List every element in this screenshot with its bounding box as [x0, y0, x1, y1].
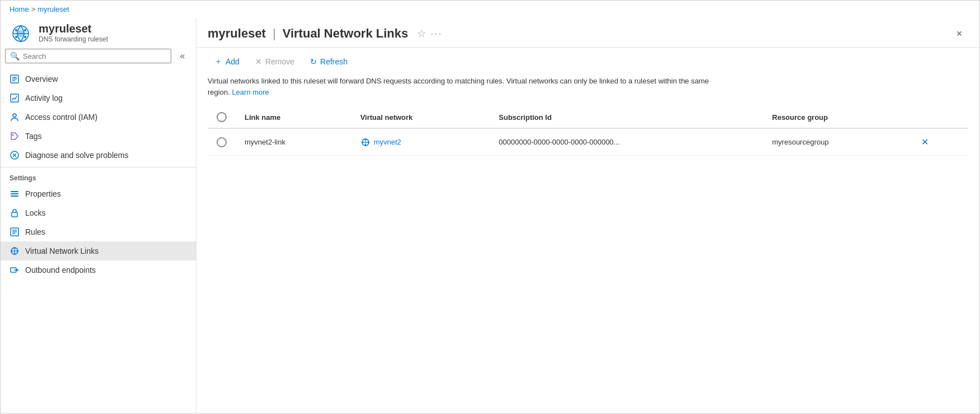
- nav-overview[interactable]: Overview: [1, 69, 196, 89]
- nav-rules[interactable]: Rules: [1, 222, 196, 241]
- rules-label: Rules: [25, 227, 45, 236]
- refresh-label: Refresh: [320, 57, 348, 66]
- activity-log-icon: [10, 93, 20, 103]
- collapse-button[interactable]: «: [174, 47, 191, 65]
- vnet-links-label: Virtual Network Links: [25, 246, 99, 255]
- header-actions: ☆ ···: [417, 27, 442, 40]
- vnet-link[interactable]: myvnet2: [360, 137, 481, 147]
- breadcrumb-resource[interactable]: myruleset: [37, 5, 69, 13]
- info-text: Virtual networks linked to this ruleset …: [208, 76, 711, 97]
- delete-row-button[interactable]: ✕: [919, 134, 931, 150]
- col-select: [208, 106, 236, 128]
- breadcrumb-sep: >: [31, 5, 36, 13]
- cell-delete: ✕: [910, 128, 968, 156]
- cell-virtual-network: myvnet2: [351, 128, 490, 156]
- outbound-icon: [10, 265, 20, 275]
- add-button[interactable]: ＋ Add: [208, 53, 246, 70]
- resource-icon: [10, 22, 32, 45]
- nav-locks[interactable]: Locks: [1, 203, 196, 222]
- nav-activity-log[interactable]: Activity log: [1, 89, 196, 108]
- overview-icon: [10, 74, 20, 84]
- access-control-label: Access control (IAM): [25, 113, 97, 122]
- row-radio[interactable]: [217, 137, 227, 147]
- activity-log-label: Activity log: [25, 94, 63, 103]
- breadcrumb: Home > myruleset: [1, 1, 979, 18]
- select-all-radio[interactable]: [217, 112, 227, 122]
- properties-icon: [10, 189, 20, 199]
- refresh-button[interactable]: ↻ Refresh: [303, 54, 354, 69]
- col-actions: [910, 106, 968, 128]
- remove-label: Remove: [265, 57, 294, 66]
- search-box[interactable]: 🔍: [5, 49, 171, 63]
- overview-label: Overview: [25, 75, 58, 83]
- content-area: myruleset | Virtual Network Links ☆ ··· …: [196, 18, 979, 413]
- svg-point-6: [24, 36, 26, 38]
- favorite-button[interactable]: ☆: [417, 27, 426, 40]
- add-icon: ＋: [214, 57, 222, 67]
- tags-label: Tags: [25, 132, 42, 141]
- cell-link-name: myvnet2-link: [236, 128, 351, 156]
- cell-resource-group: myresourcegroup: [763, 128, 910, 156]
- more-options-button[interactable]: ···: [430, 28, 442, 40]
- svg-point-12: [13, 114, 16, 117]
- locks-icon: [10, 208, 20, 218]
- sidebar-top-actions: 🔍 «: [1, 47, 196, 69]
- refresh-icon: ↻: [310, 57, 317, 66]
- page-header: myruleset | Virtual Network Links ☆ ··· …: [196, 18, 979, 48]
- svg-point-3: [15, 29, 17, 31]
- col-virtual-network: Virtual network: [351, 106, 490, 128]
- svg-rect-11: [11, 94, 18, 102]
- properties-label: Properties: [25, 189, 61, 198]
- breadcrumb-home[interactable]: Home: [10, 5, 29, 13]
- nav-diagnose[interactable]: Diagnose and solve problems: [1, 146, 196, 165]
- vnet-links-icon: [10, 246, 20, 256]
- nav-outbound-endpoints[interactable]: Outbound endpoints: [1, 261, 196, 280]
- nav-virtual-network-links[interactable]: Virtual Network Links: [1, 241, 196, 261]
- svg-point-5: [15, 36, 17, 38]
- sidebar-header: myruleset DNS forwarding ruleset: [1, 18, 196, 47]
- table-row: myvnet2-link: [208, 128, 968, 156]
- row-select: [208, 128, 236, 156]
- col-resource-group: Resource group: [763, 106, 910, 128]
- header-separator: |: [273, 26, 276, 41]
- col-link-name: Link name: [236, 106, 351, 128]
- sidebar: myruleset DNS forwarding ruleset 🔍 « Ove…: [1, 18, 196, 413]
- links-table: Link name Virtual network Subscription I…: [208, 106, 968, 156]
- page-title-resource: myruleset: [208, 26, 266, 41]
- locks-label: Locks: [25, 208, 46, 217]
- outbound-label: Outbound endpoints: [25, 266, 96, 275]
- svg-rect-20: [12, 212, 17, 217]
- nav-access-control[interactable]: Access control (IAM): [1, 108, 196, 127]
- svg-rect-17: [11, 191, 18, 192]
- info-section: Virtual networks linked to this ruleset …: [196, 76, 979, 106]
- nav-properties[interactable]: Properties: [1, 184, 196, 203]
- svg-rect-18: [11, 193, 18, 194]
- vnet-icon: [360, 137, 371, 147]
- rules-icon: [10, 227, 20, 237]
- search-input[interactable]: [23, 52, 166, 61]
- resource-name: myruleset: [39, 22, 187, 35]
- vnet-name: myvnet2: [374, 138, 401, 146]
- diagnose-icon: [10, 150, 20, 160]
- learn-more-link[interactable]: Learn more: [232, 88, 269, 96]
- remove-button[interactable]: ✕ Remove: [248, 54, 301, 69]
- add-label: Add: [226, 57, 240, 66]
- toolbar: ＋ Add ✕ Remove ↻ Refresh: [196, 48, 979, 76]
- svg-point-13: [12, 134, 14, 136]
- access-control-icon: [10, 112, 20, 122]
- remove-icon: ✕: [255, 57, 262, 66]
- cell-subscription-id: 00000000-0000-0000-0000-000000...: [490, 128, 763, 156]
- tags-icon: [10, 131, 20, 141]
- table-section: Link name Virtual network Subscription I…: [196, 106, 979, 413]
- close-button[interactable]: ×: [950, 25, 968, 43]
- search-icon: 🔍: [10, 52, 20, 61]
- settings-section-label: Settings: [1, 167, 196, 184]
- page-title-section: Virtual Network Links: [283, 26, 409, 41]
- col-subscription-id: Subscription Id: [490, 106, 763, 128]
- svg-rect-19: [11, 196, 18, 197]
- nav-tags[interactable]: Tags: [1, 127, 196, 146]
- svg-point-4: [24, 29, 26, 31]
- diagnose-label: Diagnose and solve problems: [25, 151, 128, 160]
- sidebar-title-block: myruleset DNS forwarding ruleset: [39, 22, 187, 43]
- resource-subtitle: DNS forwarding ruleset: [39, 35, 187, 43]
